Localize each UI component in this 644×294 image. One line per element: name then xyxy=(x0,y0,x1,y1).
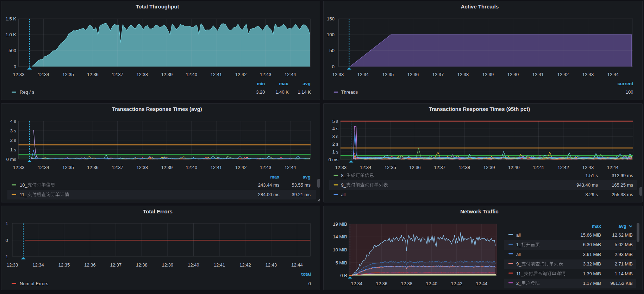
svg-text:12:35: 12:35 xyxy=(62,72,74,77)
svg-text:2_: 2_ xyxy=(516,281,521,286)
svg-text:12:42: 12:42 xyxy=(451,281,463,286)
svg-text:12:42: 12:42 xyxy=(239,262,251,268)
svg-text:12:35: 12:35 xyxy=(384,165,396,170)
svg-text:1.17 MiB: 1.17 MiB xyxy=(583,281,601,286)
svg-text:3.20: 3.20 xyxy=(256,89,265,95)
svg-text:6.30 MiB: 6.30 MiB xyxy=(583,242,601,247)
svg-text:312.99 ms: 312.99 ms xyxy=(612,173,633,178)
svg-text:12:40: 12:40 xyxy=(186,165,198,170)
svg-text:12:38: 12:38 xyxy=(459,165,470,170)
svg-text:3 s: 3 s xyxy=(10,128,17,133)
svg-text:12:37: 12:37 xyxy=(112,72,123,77)
svg-text:1.51 s: 1.51 s xyxy=(586,173,598,178)
svg-text:avg: avg xyxy=(303,174,311,180)
svg-text:12:37: 12:37 xyxy=(432,72,444,77)
svg-text:14 MiB: 14 MiB xyxy=(333,234,347,239)
svg-text:10 MiB: 10 MiB xyxy=(333,247,347,252)
svg-text:53.55 ms: 53.55 ms xyxy=(292,182,311,188)
svg-text:12:35: 12:35 xyxy=(62,165,74,170)
svg-text:1.40 K: 1.40 K xyxy=(275,89,289,95)
svg-text:50: 50 xyxy=(330,48,334,53)
svg-text:-1: -1 xyxy=(4,254,8,259)
svg-text:12:39: 12:39 xyxy=(483,165,495,170)
svg-text:12:40: 12:40 xyxy=(186,72,198,77)
svg-text:1.14 MiB: 1.14 MiB xyxy=(615,271,633,276)
svg-text:12:36: 12:36 xyxy=(407,72,419,77)
svg-text:12:40: 12:40 xyxy=(188,262,199,268)
svg-text:Transactions Response Times (a: Transactions Response Times (avg) xyxy=(112,106,202,112)
svg-text:1: 1 xyxy=(6,221,8,226)
svg-text:1.14 K: 1.14 K xyxy=(298,89,311,95)
svg-text:4 s: 4 s xyxy=(332,126,339,131)
svg-text:0 ms: 0 ms xyxy=(6,157,17,162)
svg-text:3.61 MiB: 3.61 MiB xyxy=(583,252,601,257)
svg-text:500: 500 xyxy=(8,48,16,53)
svg-text:12:42: 12:42 xyxy=(235,165,247,170)
svg-text:Req / s: Req / s xyxy=(20,89,35,95)
svg-text:Total Errors: Total Errors xyxy=(143,208,173,214)
svg-text:12:37: 12:37 xyxy=(434,165,446,170)
svg-text:284.00 ms: 284.00 ms xyxy=(258,192,280,197)
svg-text:39.21 ms: 39.21 ms xyxy=(292,192,311,197)
svg-text:total: total xyxy=(301,271,311,277)
svg-text:3.29 s: 3.29 s xyxy=(586,192,598,197)
svg-text:12:44: 12:44 xyxy=(285,72,296,77)
svg-text:12:40: 12:40 xyxy=(426,281,438,286)
svg-text:9_: 9_ xyxy=(516,261,521,267)
svg-text:12:34: 12:34 xyxy=(357,72,369,77)
svg-text:0: 0 xyxy=(332,64,334,69)
svg-text:243.44 ms: 243.44 ms xyxy=(258,182,280,188)
svg-text:12:44: 12:44 xyxy=(291,262,303,268)
svg-text:8_: 8_ xyxy=(341,173,346,178)
svg-text:100: 100 xyxy=(327,32,334,37)
svg-text:12:41: 12:41 xyxy=(214,262,225,268)
svg-text:max: max xyxy=(279,81,288,86)
svg-text:5 s: 5 s xyxy=(332,119,339,124)
svg-text:12:40: 12:40 xyxy=(508,165,520,170)
svg-text:0 B: 0 B xyxy=(340,273,347,278)
svg-text:Active Threads: Active Threads xyxy=(461,4,499,10)
svg-text:12:43: 12:43 xyxy=(260,165,271,170)
svg-text:all: all xyxy=(341,192,346,197)
svg-text:max: max xyxy=(270,174,280,180)
svg-text:12:33: 12:33 xyxy=(13,72,25,77)
svg-text:5 MiB: 5 MiB xyxy=(336,260,347,265)
svg-text:19 MiB: 19 MiB xyxy=(333,221,347,227)
svg-text:12:34: 12:34 xyxy=(360,165,371,170)
svg-text:11_: 11_ xyxy=(516,271,524,276)
svg-text:2 s: 2 s xyxy=(332,142,339,147)
svg-text:all: all xyxy=(516,252,521,257)
svg-text:Transactions Response Times (9: Transactions Response Times (95th pct) xyxy=(429,106,530,112)
svg-text:15.66 MiB: 15.66 MiB xyxy=(580,232,601,238)
svg-text:1.0 K: 1.0 K xyxy=(6,32,17,37)
svg-text:12:43: 12:43 xyxy=(582,165,594,170)
svg-text:12:43: 12:43 xyxy=(582,72,594,77)
svg-text:10_: 10_ xyxy=(20,182,27,188)
svg-text:12:38: 12:38 xyxy=(401,281,413,286)
svg-text:1.39 MiB: 1.39 MiB xyxy=(583,271,601,276)
svg-text:5.02 MiB: 5.02 MiB xyxy=(615,242,633,247)
svg-text:12:40: 12:40 xyxy=(507,72,519,77)
svg-text:961.52 KiB: 961.52 KiB xyxy=(610,281,633,286)
svg-text:12:42: 12:42 xyxy=(558,165,569,170)
svg-text:12:33: 12:33 xyxy=(13,165,25,170)
svg-text:943.40 ms: 943.40 ms xyxy=(576,182,598,188)
svg-text:12:36: 12:36 xyxy=(376,281,388,286)
svg-text:0: 0 xyxy=(6,238,8,243)
svg-text:12:37: 12:37 xyxy=(110,262,122,268)
svg-text:12:33: 12:33 xyxy=(332,72,344,77)
svg-text:current: current xyxy=(618,81,633,86)
svg-text:12:39: 12:39 xyxy=(161,165,173,170)
svg-text:12:34: 12:34 xyxy=(38,72,49,77)
svg-text:12:38: 12:38 xyxy=(136,262,148,268)
svg-text:max: max xyxy=(592,224,601,229)
svg-text:1 s: 1 s xyxy=(10,147,17,152)
svg-text:min: min xyxy=(257,81,265,86)
svg-text:12:44: 12:44 xyxy=(607,72,619,77)
svg-text:12:44: 12:44 xyxy=(607,165,619,170)
svg-text:3.32 MiB: 3.32 MiB xyxy=(583,261,601,267)
svg-text:4 s: 4 s xyxy=(10,119,17,124)
svg-text:1_: 1_ xyxy=(516,242,521,247)
svg-text:12:33: 12:33 xyxy=(335,165,347,170)
svg-text:all: all xyxy=(516,232,521,238)
